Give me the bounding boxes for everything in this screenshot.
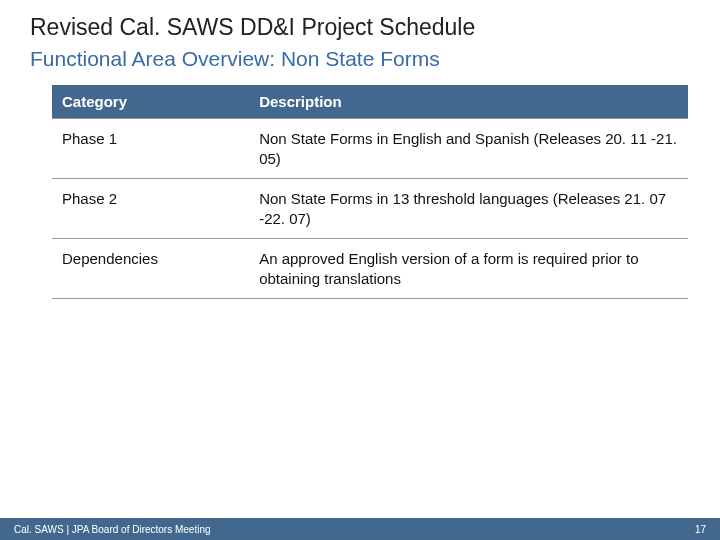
cell-description: An approved English version of a form is… (249, 239, 688, 299)
page-subtitle: Functional Area Overview: Non State Form… (30, 47, 690, 71)
page-number: 17 (695, 524, 706, 535)
table-row: Phase 2 Non State Forms in 13 threshold … (52, 179, 688, 239)
cell-category: Dependencies (52, 239, 249, 299)
footer-bar: Cal. SAWS | JPA Board of Directors Meeti… (0, 518, 720, 540)
table-row: Dependencies An approved English version… (52, 239, 688, 299)
cell-description: Non State Forms in 13 threshold language… (249, 179, 688, 239)
header-category: Category (52, 85, 249, 119)
cell-category: Phase 2 (52, 179, 249, 239)
page-title: Revised Cal. SAWS DD&I Project Schedule (30, 14, 690, 41)
header-description: Description (249, 85, 688, 119)
table-container: Category Description Phase 1 Non State F… (30, 85, 690, 299)
overview-table: Category Description Phase 1 Non State F… (52, 85, 688, 299)
table-row: Phase 1 Non State Forms in English and S… (52, 119, 688, 179)
cell-description: Non State Forms in English and Spanish (… (249, 119, 688, 179)
slide: Revised Cal. SAWS DD&I Project Schedule … (0, 0, 720, 540)
table-header-row: Category Description (52, 85, 688, 119)
footer-text: Cal. SAWS | JPA Board of Directors Meeti… (14, 524, 211, 535)
cell-category: Phase 1 (52, 119, 249, 179)
